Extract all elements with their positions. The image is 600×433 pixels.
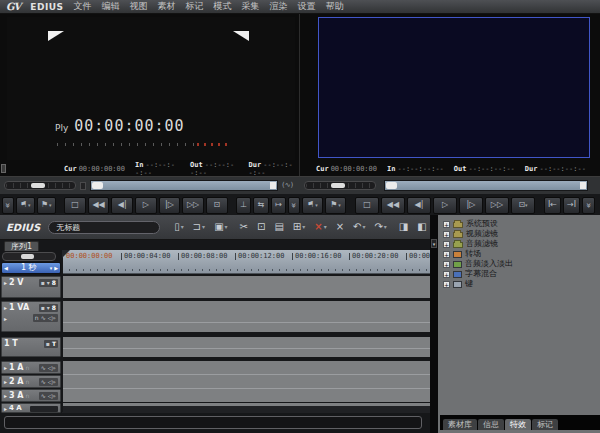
expand-icon[interactable]: + [443, 241, 450, 248]
timeline-zoom-thumb[interactable] [21, 254, 34, 259]
scale-left-icon[interactable]: ◀ [4, 265, 8, 271]
menu-marker[interactable]: 标记 [186, 2, 204, 11]
timeline-ruler[interactable]: 00:00:00:00 00:00:04:00 00:00:08:00 00:0… [62, 250, 430, 274]
ffwd-button[interactable]: ▷▷ [485, 197, 509, 214]
sequence-tab[interactable]: 序列1 [4, 241, 39, 251]
new-sequence-button[interactable]: ▯▾ [171, 218, 187, 236]
monitor-button[interactable]: ⊡ [206, 197, 228, 214]
overwrite-button[interactable]: ⇆ [253, 197, 268, 214]
audio-buttons[interactable]: ∿◁» [39, 378, 58, 386]
playhead-line[interactable] [62, 250, 63, 412]
more-controls-button[interactable]: » [2, 197, 14, 214]
player-seek-thumb[interactable] [92, 182, 103, 189]
track-header-2v[interactable]: ▸ 2 V ▪▾8 [1, 276, 61, 298]
tree-item-system-presets[interactable]: + 系统预设 [443, 219, 598, 229]
player-shuttle-thumb[interactable] [31, 183, 45, 188]
expand-track-icon[interactable]: ▸ [4, 378, 7, 385]
timeline-scroll-button[interactable]: ▾ [431, 239, 437, 248]
timescale-dropdown[interactable]: ◀ 1 秒 ▾ ▶ [1, 262, 61, 274]
track-buttons[interactable]: ▪T [44, 340, 58, 348]
expand-track-icon[interactable]: ▸ [4, 279, 7, 286]
expand-track-icon[interactable]: ▸ [4, 364, 7, 371]
timeline-zoom-slider[interactable] [2, 252, 56, 261]
delete-parts-button[interactable]: × [333, 218, 347, 236]
next-frame-button[interactable]: |▷ [459, 197, 483, 214]
audio-buttons[interactable]: ∿◁» [39, 392, 58, 400]
recorder-seek-thumb[interactable] [386, 182, 397, 189]
scale-right-icon[interactable]: ▶ [54, 265, 58, 271]
expand-icon[interactable]: + [443, 281, 450, 288]
add-to-bin-button[interactable]: ◨ [396, 218, 411, 236]
tab-information[interactable]: 信息 [478, 419, 504, 430]
track-3a-lane[interactable] [62, 388, 430, 402]
track-1t-lane[interactable] [62, 337, 430, 348]
track-1t-sub-lane[interactable] [62, 348, 430, 357]
save-project-button[interactable]: ▣▾ [211, 218, 230, 236]
expand-audio-icon[interactable]: ▸ [4, 315, 7, 322]
tree-item-transitions[interactable]: + 转场 [443, 249, 598, 259]
next-frame-button[interactable]: |▷ [159, 197, 181, 214]
track-1a-lane[interactable] [62, 361, 430, 374]
menu-capture[interactable]: 采集 [242, 2, 260, 11]
expand-icon[interactable]: + [443, 251, 450, 258]
rewind-button[interactable]: ◀◀ [381, 197, 405, 214]
duplicate-button[interactable]: ⊞▾ [290, 218, 308, 236]
speaker-icon[interactable]: (∿) [282, 182, 293, 189]
redo-button[interactable]: ↷▾ [371, 218, 389, 236]
expand-track-icon[interactable]: ▸ [4, 392, 7, 399]
menu-render[interactable]: 渲染 [270, 2, 288, 11]
tree-item-audio-filters[interactable]: + 音频滤镜 [443, 239, 598, 249]
track-2v-lane[interactable] [62, 276, 430, 298]
ffwd-button[interactable]: ▷▷ [182, 197, 204, 214]
tree-item-video-filters[interactable]: + 视频滤镜 [443, 229, 598, 239]
more-controls-button[interactable]: » [582, 197, 595, 214]
menu-settings[interactable]: 设置 [298, 2, 316, 11]
dropdown-icon[interactable]: ▾ [50, 265, 53, 271]
expand-track-icon[interactable]: ▸ [4, 405, 7, 412]
monitor-button[interactable]: ⊡▾ [511, 197, 535, 214]
tab-bin[interactable]: 素材库 [443, 419, 477, 430]
track-header-2a[interactable]: ▸ 2 A n ∿◁» [1, 375, 61, 388]
insert-to-timeline-button[interactable]: ⊥ [236, 197, 251, 214]
audio-buttons[interactable]: ∿◁» [39, 364, 58, 372]
play-button[interactable]: ▷ [433, 197, 457, 214]
track-header-1t[interactable]: 1 T ▪T [1, 337, 61, 357]
play-button[interactable]: ▷ [135, 197, 157, 214]
tab-marker[interactable]: 标记 [532, 419, 558, 430]
stop-button[interactable]: □ [64, 197, 86, 214]
player-seek-slider[interactable] [90, 180, 278, 191]
track-1va-audio-lane[interactable] [62, 322, 430, 332]
set-in-button[interactable]: ⚑▾ [16, 197, 35, 214]
set-out-button[interactable]: ⚑▾ [37, 197, 56, 214]
timeline-content[interactable]: 00:00:00:00 00:00:04:00 00:00:08:00 00:0… [62, 250, 430, 433]
track-buttons[interactable] [30, 406, 58, 412]
paste-button[interactable]: ▤ [271, 218, 286, 236]
expand-icon[interactable]: + [443, 231, 450, 238]
expand-icon[interactable]: + [443, 221, 450, 228]
track-buttons[interactable]: ▪▾8 [39, 304, 58, 312]
track-1va-video-lane[interactable] [62, 301, 430, 322]
player-mini-button[interactable] [80, 182, 86, 190]
track-header-1va[interactable]: ▸ 1 VA ▪▾8 ▸ n∿◁» [1, 301, 61, 332]
playhead-cursor-icon[interactable] [62, 250, 70, 258]
jump-to-in-button[interactable]: I← [544, 197, 561, 214]
project-title-field[interactable] [48, 221, 160, 234]
undo-button[interactable]: ↶▾ [350, 218, 368, 236]
expand-track-icon[interactable]: ▸ [4, 304, 7, 311]
delete-button[interactable]: ×▾ [311, 218, 329, 236]
menu-help[interactable]: 帮助 [326, 2, 344, 11]
track-2a-lane[interactable] [62, 374, 430, 388]
prev-frame-button[interactable]: ◀| [407, 197, 431, 214]
player-shuttle-slider[interactable] [4, 181, 76, 190]
recorder-shuttle-thumb[interactable] [331, 183, 345, 188]
tree-item-key[interactable]: + 键 [443, 279, 598, 289]
tree-item-title-mixer[interactable]: + 字幕混合 [443, 269, 598, 279]
expand-icon[interactable]: + [443, 271, 450, 278]
audio-buttons[interactable]: n∿◁» [33, 314, 58, 322]
expand-icon[interactable]: + [443, 261, 450, 268]
track-header-1a[interactable]: ▸ 1 A n ∿◁» [1, 361, 61, 374]
cut-button[interactable]: ✂ [237, 218, 251, 236]
open-project-button[interactable]: ⊐▾ [190, 218, 208, 236]
track-header-4a[interactable]: ▸ 4 A [1, 403, 61, 413]
set-in-button[interactable]: ⚑▾ [302, 197, 323, 214]
